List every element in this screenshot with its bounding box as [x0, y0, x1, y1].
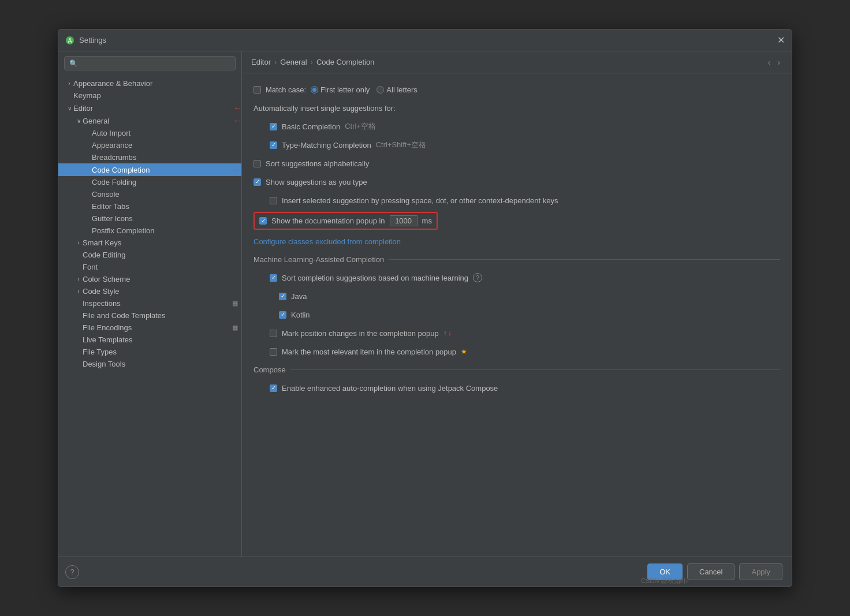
sidebar-item-label: General [83, 117, 231, 125]
type-matching-checkbox[interactable] [270, 141, 277, 149]
sidebar-item-code-editing[interactable]: Code Editing [58, 249, 241, 261]
expand-arrow: ∨ [74, 118, 83, 124]
section-line [389, 259, 780, 260]
basic-completion-shortcut: Ctrl+空格 [345, 121, 376, 132]
search-box[interactable]: 🔍 [64, 56, 236, 70]
sidebar-item-label: Breadcrumbs [92, 153, 241, 162]
breadcrumb-editor: Editor [251, 58, 271, 66]
sidebar-item-editor[interactable]: ∨ Editor ← [58, 102, 241, 114]
doc-popup-highlight: Show the documentation popup in ms [253, 212, 438, 230]
breadcrumb-general: General [280, 58, 307, 66]
all-letters-option[interactable]: All letters [376, 85, 417, 94]
sidebar-item-font[interactable]: Font [58, 261, 241, 273]
content-scroll[interactable]: Match case: First letter only All letter… [242, 73, 792, 557]
match-case-checkbox[interactable] [253, 86, 261, 94]
sidebar-item-console[interactable]: Console [58, 188, 241, 200]
sidebar-item-label: Font [83, 263, 241, 271]
sidebar-item-label: File and Code Templates [83, 311, 241, 320]
sidebar-item-inspections[interactable]: Inspections ▦ [58, 297, 241, 309]
sidebar-item-file-encodings[interactable]: File Encodings ▦ [58, 322, 241, 334]
mark-position-label: Mark position changes in the completion … [282, 329, 439, 338]
doc-popup-value-input[interactable] [390, 215, 417, 226]
search-icon: 🔍 [69, 59, 78, 68]
ml-sort-checkbox[interactable] [270, 274, 277, 282]
sidebar-tree: › Appearance & Behavior Keymap ∨ Editor … [58, 75, 241, 557]
badge-icon: ▦ [232, 324, 238, 331]
sidebar-item-code-style[interactable]: › Code Style [58, 285, 241, 297]
mark-position-checkbox[interactable] [270, 330, 277, 337]
sidebar-item-appearance-behavior[interactable]: › Appearance & Behavior [58, 77, 241, 89]
enable-compose-label: Enable enhanced auto-completion when usi… [282, 384, 498, 393]
sidebar-item-keymap[interactable]: Keymap [58, 89, 241, 102]
sort-alpha-checkbox[interactable] [253, 160, 261, 167]
sidebar-item-editor-tabs[interactable]: Editor Tabs [58, 200, 241, 212]
sidebar-item-label: Code Folding [92, 178, 241, 186]
configure-link-row: Configure classes excluded from completi… [253, 234, 780, 248]
sidebar-item-label: Smart Keys [83, 238, 241, 247]
sidebar-item-label: Code Editing [83, 251, 241, 259]
sidebar-item-smart-keys[interactable]: › Smart Keys [58, 237, 241, 249]
help-button[interactable]: ? [65, 565, 79, 579]
dialog-body: 🔍 › Appearance & Behavior Keymap ∨ [58, 51, 792, 557]
first-letter-option[interactable]: First letter only [311, 85, 370, 94]
bottom-bar: ? CSDN @秋知叶i OK Cancel Apply [58, 557, 792, 587]
breadcrumb: Editor › General › Code Completion [251, 58, 374, 66]
all-letters-radio[interactable] [376, 86, 384, 94]
basic-completion-checkbox[interactable] [270, 123, 277, 130]
mark-relevant-checkbox[interactable] [270, 348, 277, 356]
sidebar-item-code-completion[interactable]: Code Completion ← [58, 163, 241, 176]
apply-button[interactable]: Apply [739, 563, 782, 580]
sidebar-item-label: File Encodings [83, 323, 232, 332]
ml-sort-row: Sort completion suggestions based on mac… [253, 271, 780, 285]
sidebar-item-label: Code Completion [92, 166, 231, 174]
java-label: Java [291, 292, 307, 301]
sidebar-item-file-types[interactable]: File Types [58, 346, 241, 358]
enable-compose-row: Enable enhanced auto-completion when usi… [253, 381, 780, 395]
sidebar-item-color-scheme[interactable]: › Color Scheme [58, 273, 241, 285]
ml-section-divider: Machine Learning-Assisted Completion [253, 255, 780, 264]
sidebar-item-label: Design Tools [83, 360, 241, 368]
first-letter-radio[interactable] [311, 86, 318, 94]
cancel-button[interactable]: Cancel [687, 563, 735, 580]
nav-back-button[interactable]: ‹ [766, 57, 773, 68]
close-button[interactable]: ✕ [777, 36, 785, 45]
sidebar-item-file-code-templates[interactable]: File and Code Templates [58, 309, 241, 322]
sidebar-item-label: Editor Tabs [92, 202, 241, 211]
kotlin-checkbox[interactable] [279, 311, 286, 319]
nav-forward-button[interactable]: › [775, 57, 782, 68]
sidebar-item-auto-import[interactable]: Auto Import [58, 127, 241, 139]
sidebar-item-breadcrumbs[interactable]: Breadcrumbs [58, 151, 241, 163]
breadcrumb-sep: › [274, 58, 277, 66]
show-suggestions-row: Show suggestions as you type [253, 175, 780, 189]
enable-compose-checkbox[interactable] [270, 384, 277, 392]
doc-popup-unit-label: ms [422, 216, 432, 225]
sidebar-item-label: Inspections [83, 299, 232, 308]
arrow-up-icon: ↑ [443, 329, 447, 337]
show-doc-popup-checkbox[interactable] [259, 217, 267, 225]
badge-icon: ▦ [232, 300, 238, 307]
sidebar-item-design-tools[interactable]: Design Tools [58, 358, 241, 370]
breadcrumb-nav: ‹ › [766, 57, 782, 68]
breadcrumb-bar: Editor › General › Code Completion ‹ › [242, 51, 792, 73]
type-matching-shortcut: Ctrl+Shift+空格 [376, 140, 426, 150]
show-suggestions-checkbox[interactable] [253, 178, 261, 186]
show-doc-popup-label: Show the documentation popup in [271, 216, 385, 225]
java-checkbox[interactable] [279, 293, 286, 300]
type-matching-row: Type-Matching Completion Ctrl+Shift+空格 [253, 138, 780, 152]
basic-completion-row: Basic Completion Ctrl+空格 [253, 120, 780, 133]
sidebar-item-label: Appearance [92, 141, 241, 150]
sidebar-item-label: Editor [73, 104, 231, 113]
sidebar-item-code-folding[interactable]: Code Folding [58, 176, 241, 188]
mark-relevant-row: Mark the most relevant item in the compl… [253, 345, 780, 359]
help-icon[interactable]: ? [473, 273, 482, 282]
sidebar-item-postfix-completion[interactable]: Postfix Completion [58, 225, 241, 237]
search-input[interactable] [81, 59, 230, 68]
insert-selected-checkbox[interactable] [270, 197, 277, 204]
sidebar-item-appearance[interactable]: Appearance [58, 139, 241, 151]
sidebar-item-general[interactable]: ∨ General ← [58, 114, 241, 127]
kotlin-label: Kotlin [291, 311, 310, 319]
red-arrow-icon: ← [233, 165, 241, 174]
sidebar-item-live-templates[interactable]: Live Templates [58, 334, 241, 346]
sidebar-item-gutter-icons[interactable]: Gutter Icons [58, 212, 241, 225]
configure-link[interactable]: Configure classes excluded from completi… [253, 237, 401, 246]
